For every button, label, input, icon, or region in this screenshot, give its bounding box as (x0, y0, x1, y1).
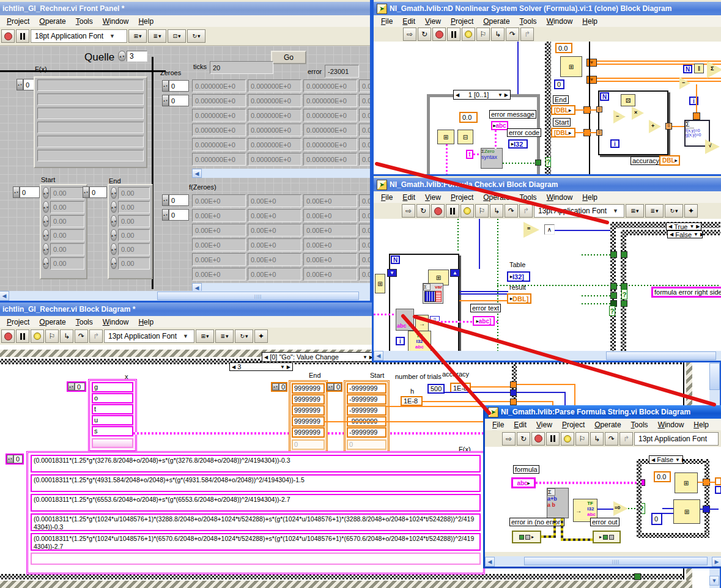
abort-button[interactable] (1, 329, 15, 343)
font-selector[interactable]: 13pt Application Font▼ (104, 329, 194, 343)
fzeroes-cell[interactable]: 0.00E+0 (359, 268, 372, 281)
menu-item[interactable]: File (376, 193, 397, 202)
start-terminal[interactable]: [DBL▸ (551, 128, 575, 138)
start-row[interactable]: ▲▼0.00 (43, 243, 84, 255)
fzeroes-cell[interactable]: 0.00E+0 (359, 194, 372, 207)
menu-item[interactable]: View (420, 193, 446, 202)
random-number-icon[interactable]: ⚄ (621, 94, 635, 106)
array-size-node-icon[interactable]: ⊞ (375, 274, 385, 293)
fzeroes-cell[interactable]: 0.00E+0 (303, 238, 357, 251)
menu-item[interactable]: Help (577, 17, 602, 26)
h-value[interactable]: 1E-8 (401, 396, 423, 406)
start-array-item[interactable]: -9999999 (347, 405, 386, 416)
formula-string[interactable]: (0.00018311*(1.25*g*(4931.584/2048+o/204… (31, 474, 481, 492)
t-constant[interactable]: t (466, 150, 473, 159)
fzeroes-cell[interactable]: 0.00E+0 (303, 209, 357, 222)
zeroes-cell[interactable]: 0.000000E+0 (192, 123, 246, 136)
zeroes-cell[interactable]: 0.000000E+0 (303, 79, 357, 92)
fx-row[interactable] (37, 108, 144, 119)
scroll-right-button[interactable]: ▶ (712, 557, 721, 567)
row-spinner[interactable]: ▲▼ (43, 229, 49, 241)
end-row[interactable]: ▲▼0.00 (111, 215, 150, 227)
end-terminal[interactable]: [DBL▸ (551, 105, 575, 115)
start-array-item[interactable]: -9999999 (347, 394, 386, 405)
fzeroes-cell[interactable]: 0.00E+0 (248, 253, 301, 266)
end-row[interactable]: ▲▼0.00 (111, 201, 150, 213)
start-array-index[interactable]: ▲▼0 (326, 382, 342, 392)
menu-item[interactable]: Tools (626, 420, 653, 430)
abort-button[interactable] (431, 204, 445, 218)
menu-item[interactable]: View (420, 17, 446, 26)
add-node-icon[interactable] (649, 120, 661, 133)
font-selector[interactable]: 13pt Application Font (634, 432, 719, 446)
fzeroes-cell[interactable]: 0.00E+0 (248, 238, 301, 251)
menu-item[interactable]: Window (653, 420, 689, 430)
step-over-button[interactable]: ↷ (505, 204, 518, 218)
end-array-item[interactable]: 9999999 (292, 416, 325, 427)
step-out-button[interactable]: ↱ (520, 28, 534, 41)
formula-string[interactable]: (0.00018311*(1.25*g*(1024*u/1048576+1)*(… (31, 513, 481, 531)
menu-item[interactable]: Operate (590, 420, 626, 430)
retain-wire-values-button[interactable]: ⚐ (476, 28, 490, 41)
hscroll-thumb[interactable]: |||| (524, 557, 708, 565)
zeroes-cell[interactable]: 0.000000E+0 (192, 79, 246, 92)
fzeroes-cell[interactable]: 0.00E+0 (359, 253, 372, 266)
run-button[interactable]: ⇨ (502, 432, 516, 446)
x-array-item[interactable]: g (92, 382, 133, 392)
titlebar-solver[interactable]: ➤NI_Gmath.lvlib:nD Nonlinear System Solv… (374, 2, 721, 15)
type-outputs-node[interactable]: TF I32 abc (408, 331, 431, 351)
start-index[interactable]: ▲▼0 (13, 186, 40, 198)
align-objects-button[interactable]: ⊞▾ (128, 29, 147, 43)
zeroes-index1[interactable]: ▲▼0 (162, 80, 189, 92)
numeric-constant[interactable]: 0.0 (459, 112, 478, 123)
formula-array-index[interactable]: ▲▼0 (6, 454, 24, 465)
numeric-constant[interactable]: 0.0 (555, 43, 572, 53)
zeroes-cell[interactable]: 0.000000E+0 (359, 79, 372, 92)
menu-item[interactable]: Project (2, 317, 34, 327)
row-spinner[interactable]: ▲▼ (111, 201, 117, 213)
menu-item[interactable]: Project (446, 193, 478, 202)
reorder-button[interactable]: ↻▾ (665, 204, 683, 218)
fzeroes-cell[interactable]: 0.00E+0 (359, 238, 372, 251)
start-row[interactable]: ▲▼0.00 (43, 215, 84, 227)
hscroll-thumb[interactable] (606, 351, 716, 360)
end-row[interactable]: ▲▼0.00 (111, 257, 150, 270)
menu-item[interactable]: Operate (34, 317, 70, 327)
scroll-left-button[interactable]: ◀ (374, 351, 383, 361)
build-array-node-icon[interactable]: ⊟ (457, 130, 473, 144)
menu-item[interactable]: Project (446, 17, 478, 26)
fx-row[interactable] (37, 150, 144, 161)
parse-hscrollbar[interactable]: ◀ |||| ▶ (485, 556, 721, 567)
end-row[interactable]: ▲▼0.00 (111, 229, 150, 241)
zeroes-cell[interactable]: 0.000000E+0 (303, 94, 357, 107)
end-array-index[interactable]: ▲▼0 (271, 382, 287, 392)
equal-node-icon[interactable] (523, 222, 539, 238)
titlebar-formula-check[interactable]: ➤NI_Gmath.lvlib:Formula Check.vi Block D… (374, 178, 721, 191)
retain-wire-values-button[interactable]: ⚐ (475, 204, 489, 218)
step-over-button[interactable]: ↷ (506, 28, 519, 41)
menu-item[interactable]: Edit (397, 17, 420, 26)
step-out-button[interactable]: ↱ (619, 432, 633, 446)
fzeroes-cell[interactable]: 0.00E+0 (192, 268, 246, 281)
result-indicator[interactable]: ▸DBL] (507, 293, 531, 304)
end-index[interactable]: ▲▼0 (83, 186, 107, 198)
formula-string[interactable]: (0.00018311*(1.25*g*(3276.8/2048+o/2048)… (31, 455, 481, 472)
parse-node[interactable]: Σ a+b a b (547, 488, 569, 518)
sum-node-icon[interactable] (707, 61, 721, 78)
pause-button[interactable] (546, 432, 560, 446)
menu-item[interactable]: Help (577, 193, 602, 202)
fzeroes-cell[interactable]: 0.00E+0 (248, 194, 301, 207)
step-over-button[interactable]: ↷ (605, 432, 618, 446)
hscroll-thumb[interactable]: |||| (157, 292, 359, 300)
index-array-node-icon[interactable]: → (415, 315, 429, 332)
highlight-execution-button[interactable] (462, 28, 475, 41)
step-over-button[interactable]: ↷ (75, 329, 88, 343)
pause-button[interactable] (16, 29, 29, 43)
zeroes-cell[interactable]: 0.000000E+0 (248, 94, 301, 107)
cleanup-diagram-button[interactable]: ✦ (254, 329, 268, 343)
menu-item[interactable]: Help (689, 420, 714, 430)
fzeroes-index1[interactable]: ▲▼0 (162, 194, 189, 206)
row-spinner[interactable]: ▲▼ (43, 257, 49, 269)
zeroes-cell[interactable]: 0.000000E+0 (303, 123, 357, 136)
vscroll-thumb[interactable] (709, 363, 720, 390)
